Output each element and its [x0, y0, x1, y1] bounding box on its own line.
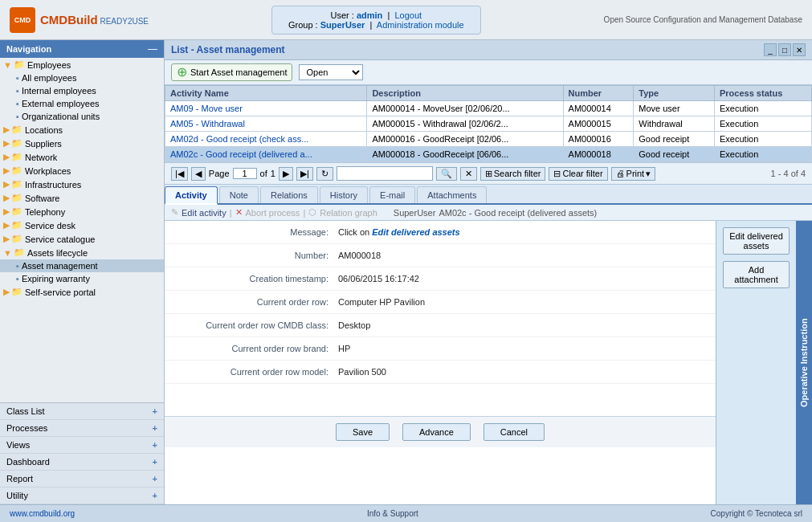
sidebar-section-report[interactable]: Report +	[0, 471, 164, 487]
page-of: of	[260, 169, 267, 178]
tab-relations[interactable]: Relations	[260, 186, 318, 203]
footer-website[interactable]: www.cmdbuild.org	[10, 509, 75, 518]
tree-item-all-employees[interactable]: ▪ All employees	[0, 71, 164, 84]
footer-center: Info & Support	[367, 509, 418, 518]
detail-row-message: Message: Click on Edit delivered assets	[165, 221, 716, 244]
search-button[interactable]: 🔍	[436, 167, 457, 181]
relation-graph-btn[interactable]: Relation graph	[320, 208, 377, 218]
content-title: List - Asset management	[171, 44, 285, 55]
search-input[interactable]	[337, 166, 433, 181]
sidebar-section-processes[interactable]: Processes +	[0, 420, 164, 437]
prev-page-btn[interactable]: ◀	[191, 167, 206, 181]
table-row[interactable]: AM09 - Move user AM000014 - MoveUser [02…	[165, 101, 812, 116]
table-row[interactable]: AM05 - Withdrawal AM000015 - Withdrawal …	[165, 116, 812, 132]
tab-note[interactable]: Note	[219, 186, 259, 203]
start-asset-management-button[interactable]: ⊕ Start Asset management	[171, 63, 292, 81]
message-value: Click on Edit delivered assets	[338, 227, 460, 237]
abort-process-btn[interactable]: Abort process	[246, 208, 300, 218]
processes-label: Processes	[6, 423, 47, 433]
advance-button[interactable]: Advance	[402, 423, 471, 441]
close-btn[interactable]: ✕	[793, 43, 806, 56]
add-icon: ⊕	[177, 66, 187, 79]
user-label: User :	[331, 10, 354, 20]
tab-email[interactable]: E-mail	[369, 186, 415, 203]
sidebar-section-class-list[interactable]: Class List +	[0, 403, 164, 420]
tree-item-suppliers[interactable]: ▶ 📁 Suppliers	[0, 137, 164, 150]
tree-item-external-employees[interactable]: ▪ External employees	[0, 97, 164, 110]
tree-label-external-employees: External employees	[22, 99, 100, 108]
table-row[interactable]: AM02c - Good receipt (delivered a... AM0…	[165, 147, 812, 162]
sidebar-section-utility[interactable]: Utility +	[0, 487, 164, 504]
detail-form: Message: Click on Edit delivered assets …	[165, 221, 716, 504]
tree-item-workplaces[interactable]: ▶ 📁 Workplaces	[0, 164, 164, 177]
tree-item-internal-employees[interactable]: ▪ Internal employees	[0, 84, 164, 97]
pagination-bar: |◀ ◀ Page of 1 ▶ ▶| ↻ 🔍 ✕ ⊞ Search filte…	[165, 162, 812, 185]
sidebar-section-dashboard[interactable]: Dashboard +	[0, 454, 164, 471]
action-divider2: |	[303, 208, 305, 218]
tree-item-telephony[interactable]: ▶ 📁 Telephony	[0, 205, 164, 218]
clear-filter-icon: ⊟	[553, 169, 561, 179]
breadcrumb-item: AM02c - Good receipt (delivered assets)	[439, 208, 597, 218]
detail-row-brand: Current order row brand: HP	[165, 337, 716, 361]
nav-collapse-btn[interactable]: —	[148, 43, 157, 55]
tree-item-expiring-warranty[interactable]: ▪ Expiring warranty	[0, 272, 164, 285]
tab-attachments[interactable]: Attachments	[417, 186, 487, 203]
next-page-btn[interactable]: ▶	[279, 167, 293, 181]
save-button[interactable]: Save	[336, 423, 390, 441]
minimize-btn[interactable]: _	[764, 43, 777, 56]
sidebar-section-views[interactable]: Views +	[0, 437, 164, 454]
clear-filter-btn[interactable]: ⊟ Clear filter	[549, 167, 607, 181]
nav-title: Navigation	[6, 44, 51, 54]
tree-label-service-desk: Service desk	[25, 221, 75, 230]
first-page-btn[interactable]: |◀	[171, 167, 188, 181]
add-attachment-btn[interactable]: Add attachment	[723, 261, 790, 288]
last-page-btn[interactable]: ▶|	[296, 167, 313, 181]
tree-item-infrastructures[interactable]: ▶ 📁 Infrastructures	[0, 177, 164, 191]
edit-activity-btn[interactable]: Edit activity	[182, 208, 226, 218]
col-process-status: Process status	[715, 86, 812, 101]
action-divider: |	[230, 208, 232, 218]
edit-icon: ✎	[171, 207, 178, 218]
tree-label-locations: Locations	[25, 125, 63, 135]
tree-label-service-catalogue: Service catalogue	[25, 234, 95, 244]
cancel-button[interactable]: Cancel	[484, 423, 545, 441]
col-description: Description	[367, 86, 563, 101]
search-filter-btn[interactable]: ⊞ Search filter	[480, 167, 546, 181]
print-btn[interactable]: 🖨 Print ▾	[611, 167, 656, 181]
admin-module-link[interactable]: Administration module	[377, 20, 464, 30]
page-input[interactable]	[233, 168, 257, 179]
tree-item-software[interactable]: ▶ 📁 Software	[0, 191, 164, 205]
tree-item-locations[interactable]: ▶ 📁 Locations	[0, 123, 164, 137]
refresh-btn[interactable]: ↻	[316, 167, 333, 181]
tab-history[interactable]: History	[320, 186, 368, 203]
logout-link[interactable]: Logout	[394, 10, 422, 20]
status-select[interactable]: Open Closed All	[299, 64, 363, 80]
tree-item-service-desk[interactable]: ▶ 📁 Service desk	[0, 218, 164, 232]
dashboard-plus-icon: +	[153, 457, 157, 467]
tree-item-service-catalogue[interactable]: ▶ 📁 Service catalogue	[0, 232, 164, 246]
utility-plus-icon: +	[153, 491, 157, 500]
tree-label-infrastructures: Infrastructures	[25, 180, 81, 190]
operative-label[interactable]: Operative Instruction	[796, 221, 812, 504]
tree-label-internal-employees: Internal employees	[22, 86, 96, 96]
report-plus-icon: +	[153, 474, 157, 483]
tree-label-assets-lifecycle: Assets lifecycle	[27, 248, 88, 258]
tree-item-self-service-portal[interactable]: ▶ 📁 Self-service portal	[0, 285, 164, 299]
tab-activity[interactable]: Activity	[165, 186, 218, 205]
tree-label-self-service-portal: Self-service portal	[25, 288, 96, 297]
logo-text: CMDBuild	[40, 13, 98, 27]
dashboard-label: Dashboard	[6, 457, 50, 467]
tree-item-network[interactable]: ▶ 📁 Network	[0, 150, 164, 164]
tree-item-employees[interactable]: ▼ 📁 Employees	[0, 58, 164, 71]
tree-label-expiring-warranty: Expiring warranty	[22, 274, 90, 283]
nav-tree: ▼ 📁 Employees ▪ All employees ▪ Internal…	[0, 58, 164, 402]
tree-item-org-units[interactable]: ▪ Organizational units	[0, 110, 164, 123]
tree-item-asset-management[interactable]: ▪ Asset management	[0, 259, 164, 272]
table-row[interactable]: AM02d - Good receipt (check ass... AM000…	[165, 132, 812, 147]
user-link[interactable]: admin	[357, 10, 382, 20]
restore-btn[interactable]: □	[778, 43, 791, 56]
edit-delivered-assets-btn[interactable]: Edit delivered assets	[723, 227, 790, 255]
tree-label-network: Network	[25, 153, 57, 162]
clear-search-btn[interactable]: ✕	[460, 167, 477, 181]
tree-item-assets-lifecycle[interactable]: ▼ 📁 Assets lifecycle	[0, 246, 164, 259]
